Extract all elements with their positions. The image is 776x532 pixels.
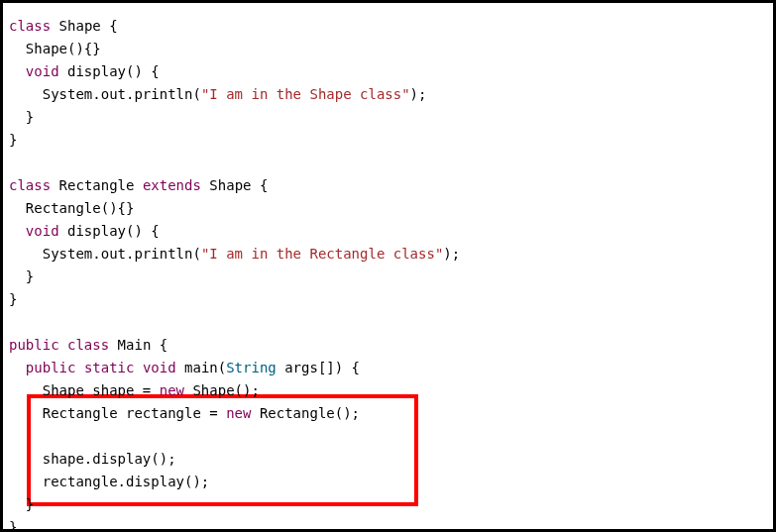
text bbox=[109, 337, 117, 353]
code-line-17: shape.display(); bbox=[9, 448, 767, 471]
keyword-new: new bbox=[226, 405, 251, 421]
class-name-rectangle: Rectangle bbox=[59, 177, 135, 193]
brace-close: } bbox=[9, 291, 17, 307]
code-line-18: rectangle.display(); bbox=[9, 471, 767, 493]
brace-close: } bbox=[9, 519, 17, 532]
keyword-class: class bbox=[67, 337, 109, 353]
method-display: display() { bbox=[59, 63, 160, 79]
text bbox=[51, 177, 58, 193]
code-line-12: } bbox=[9, 288, 767, 311]
println-call: System.out.println( bbox=[9, 246, 201, 262]
keyword-void: void bbox=[143, 360, 176, 375]
args: args[]) { bbox=[277, 360, 360, 375]
code-line-3: void display() { bbox=[9, 60, 767, 83]
code-line-6: } bbox=[9, 129, 767, 152]
ctor-call: Shape(); bbox=[184, 382, 260, 398]
method-call: shape.display(); bbox=[9, 451, 176, 467]
blank-line bbox=[9, 311, 767, 334]
text bbox=[59, 337, 67, 353]
indent bbox=[9, 360, 26, 375]
var-decl: Rectangle rectangle = bbox=[9, 405, 226, 421]
code-line-1: class Shape { bbox=[9, 15, 767, 38]
code-line-5: } bbox=[9, 106, 767, 129]
keyword-extends: extends bbox=[143, 177, 201, 193]
code-line-13: public class Main { bbox=[9, 334, 767, 357]
code-line-2: Shape(){} bbox=[9, 38, 767, 60]
method-display: display() { bbox=[59, 223, 160, 239]
blank-line bbox=[9, 152, 767, 174]
keyword-class: class bbox=[9, 18, 51, 34]
brace: { bbox=[101, 18, 118, 34]
indent bbox=[9, 63, 26, 79]
string-literal: "I am in the Rectangle class" bbox=[201, 246, 443, 262]
class-name-shape: Shape bbox=[59, 18, 101, 34]
code-line-15: Shape shape = new Shape(); bbox=[9, 379, 767, 402]
keyword-void: void bbox=[26, 223, 59, 239]
code-block: class Shape { Shape(){} void display() {… bbox=[0, 0, 776, 532]
method-call: rectangle.display(); bbox=[9, 474, 209, 489]
brace-close: } bbox=[9, 496, 34, 512]
method-main: main( bbox=[176, 360, 227, 375]
ctor-call: Rectangle(); bbox=[251, 405, 360, 421]
code-line-4: System.out.println("I am in the Shape cl… bbox=[9, 83, 767, 106]
text bbox=[134, 177, 142, 193]
stmt-end: ); bbox=[410, 86, 427, 102]
code-line-10: System.out.println("I am in the Rectangl… bbox=[9, 243, 767, 266]
string-literal: "I am in the Shape class" bbox=[201, 86, 410, 102]
blank-line bbox=[9, 425, 767, 448]
brace-close: } bbox=[9, 132, 17, 148]
keyword-void: void bbox=[26, 63, 59, 79]
code-line-8: Rectangle(){} bbox=[9, 197, 767, 220]
brace: { bbox=[252, 177, 269, 193]
constructor-rectangle: Rectangle(){} bbox=[9, 200, 134, 216]
stmt-end: ); bbox=[443, 246, 460, 262]
text bbox=[51, 18, 58, 34]
code-line-9: void display() { bbox=[9, 220, 767, 243]
brace: { bbox=[151, 337, 167, 353]
var-decl: Shape shape = bbox=[9, 382, 160, 398]
code-line-20: } bbox=[9, 516, 767, 532]
code-line-14: public static void main(String args[]) { bbox=[9, 357, 767, 379]
constructor-shape: Shape(){} bbox=[9, 41, 101, 56]
keyword-public: public bbox=[9, 337, 59, 353]
code-line-16: Rectangle rectangle = new Rectangle(); bbox=[9, 402, 767, 425]
parent-class: Shape bbox=[209, 177, 251, 193]
brace-close: } bbox=[9, 268, 34, 284]
println-call: System.out.println( bbox=[9, 86, 201, 102]
code-line-7: class Rectangle extends Shape { bbox=[9, 174, 767, 197]
keyword-class: class bbox=[9, 177, 51, 193]
keyword-new: new bbox=[160, 382, 184, 398]
keyword-static: static bbox=[84, 360, 135, 375]
keyword-public: public bbox=[26, 360, 76, 375]
brace-close: } bbox=[9, 109, 34, 125]
text bbox=[134, 360, 142, 375]
code-line-11: } bbox=[9, 266, 767, 288]
code-line-19: } bbox=[9, 493, 767, 516]
class-name-main: Main bbox=[118, 337, 152, 353]
type-string: String bbox=[226, 360, 277, 375]
indent bbox=[9, 223, 26, 239]
text bbox=[75, 360, 83, 375]
